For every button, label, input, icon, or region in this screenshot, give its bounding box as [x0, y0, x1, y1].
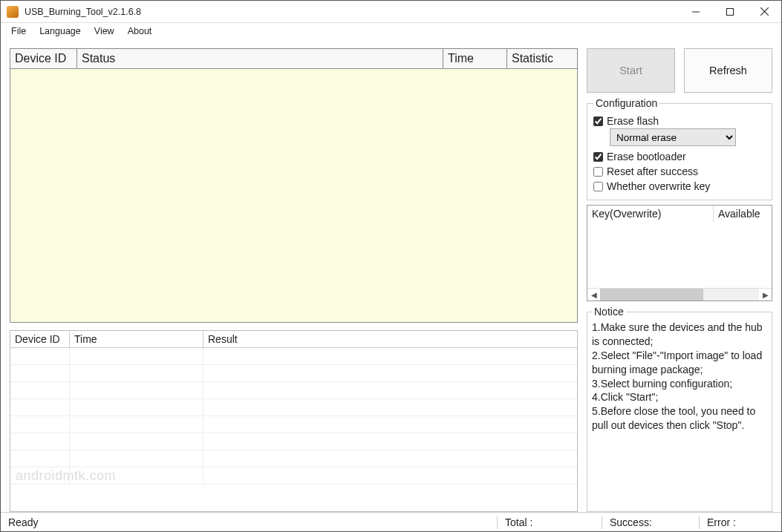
left-column: Device ID Status Time Statistic Device I…: [10, 48, 578, 512]
close-button[interactable]: [747, 1, 781, 23]
reset-after-success-label: Reset after success: [607, 165, 698, 177]
configuration-legend: Configuration: [593, 97, 659, 109]
minimize-button[interactable]: [679, 1, 713, 23]
status-bar: Ready Total : Success: Error :: [1, 512, 781, 531]
start-button[interactable]: Start: [587, 48, 675, 93]
menu-language[interactable]: Language: [33, 24, 87, 38]
status-success: Success:: [602, 516, 699, 528]
col-device-id[interactable]: Device ID: [10, 49, 77, 69]
erase-mode-select[interactable]: Normal erase: [610, 128, 736, 146]
app-icon: [7, 6, 19, 18]
key-list-header: Key(Overwrite) Available: [587, 206, 772, 222]
overwrite-key-label: Whether overwrite key: [607, 180, 710, 192]
device-grid-body: [10, 69, 577, 322]
status-ready: Ready: [1, 516, 497, 528]
menu-file[interactable]: File: [5, 24, 32, 38]
col-result-time[interactable]: Time: [70, 331, 203, 348]
notice-text: 1.Make sure the devices and the hub is c…: [592, 321, 767, 433]
erase-bootloader-checkbox[interactable]: [593, 152, 603, 162]
window-title: USB_Burning_Tool_v2.1.6.8: [25, 7, 141, 17]
title-bar: USB_Burning_Tool_v2.1.6.8: [1, 1, 781, 23]
content-area: Device ID Status Time Statistic Device I…: [1, 39, 781, 512]
menu-about[interactable]: About: [122, 24, 158, 38]
col-result-device-id[interactable]: Device ID: [10, 331, 70, 348]
status-total: Total :: [498, 516, 602, 528]
maximize-button[interactable]: [713, 1, 747, 23]
status-error: Error :: [700, 516, 781, 528]
col-status[interactable]: Status: [77, 49, 443, 69]
menu-view[interactable]: View: [88, 24, 120, 38]
col-time[interactable]: Time: [443, 49, 507, 69]
device-grid-header: Device ID Status Time Statistic: [10, 49, 577, 69]
scroll-left-icon[interactable]: ◀: [587, 289, 600, 301]
overwrite-key-checkbox[interactable]: [593, 182, 603, 191]
scroll-right-icon[interactable]: ▶: [759, 289, 772, 301]
scroll-thumb[interactable]: [600, 289, 703, 301]
erase-flash-label: Erase flash: [607, 115, 659, 127]
reset-after-success-checkbox[interactable]: [593, 167, 603, 177]
result-grid: Device ID Time Result: [10, 330, 578, 512]
right-column: Start Refresh Configuration Erase flash …: [587, 48, 772, 512]
col-key-overwrite[interactable]: Key(Overwrite): [587, 206, 714, 222]
erase-flash-checkbox[interactable]: [593, 116, 603, 126]
key-list: Key(Overwrite) Available ◀ ▶: [587, 205, 772, 301]
notice-group: Notice 1.Make sure the devices and the h…: [587, 306, 772, 512]
notice-legend: Notice: [592, 306, 626, 318]
configuration-group: Configuration Erase flash Normal erase E…: [587, 97, 772, 200]
key-list-scrollbar[interactable]: ◀ ▶: [587, 288, 772, 301]
refresh-button[interactable]: Refresh: [684, 48, 772, 93]
key-list-body: [587, 222, 772, 288]
col-statistic[interactable]: Statistic: [507, 49, 577, 69]
result-grid-body: [10, 348, 577, 511]
scroll-track[interactable]: [600, 289, 759, 301]
menu-bar: File Language View About: [1, 23, 781, 39]
erase-bootloader-label: Erase bootloader: [607, 151, 686, 162]
svg-rect-0: [727, 8, 734, 15]
col-result-result[interactable]: Result: [203, 331, 577, 348]
action-buttons: Start Refresh: [587, 48, 772, 93]
device-grid: Device ID Status Time Statistic: [10, 48, 578, 323]
result-grid-header: Device ID Time Result: [10, 331, 577, 348]
col-available[interactable]: Available: [714, 206, 772, 222]
